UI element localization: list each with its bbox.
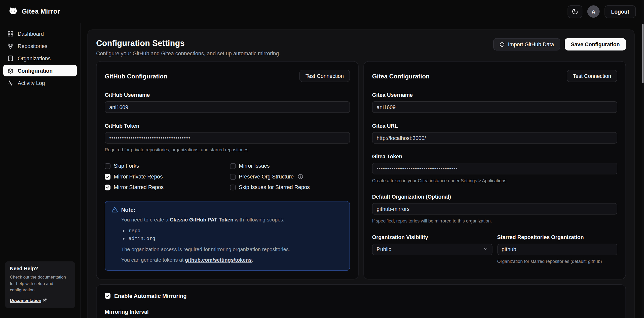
checkbox-box[interactable] — [105, 293, 110, 299]
external-link-icon — [43, 298, 47, 302]
checkbox-box[interactable] — [230, 185, 236, 190]
note-scope: repo — [129, 227, 343, 235]
note-title: Note: — [121, 207, 135, 213]
tokens-link[interactable]: github.com/settings/tokens — [185, 257, 252, 263]
org-visibility-select[interactable] — [372, 240, 492, 255]
git-fork-icon — [7, 43, 13, 49]
checkbox-skip-forks[interactable]: Skip Forks — [105, 163, 225, 169]
moon-icon — [572, 8, 578, 15]
sidebar-item-dashboard[interactable]: Dashboard — [3, 28, 77, 39]
theme-toggle-button[interactable] — [567, 5, 582, 18]
enable-automatic-mirroring[interactable]: Enable Automatic Mirroring — [105, 293, 617, 299]
checkbox-box[interactable] — [105, 185, 110, 190]
gear-icon — [7, 67, 13, 73]
checkbox-mirror-issues[interactable]: Mirror Issues — [230, 163, 350, 169]
automatic-mirroring-card: Enable Automatic Mirroring Mirroring Int… — [96, 284, 626, 318]
gitea-username-label: Gitea Username — [372, 92, 617, 98]
page-header: Configuration Settings Configure your Gi… — [96, 38, 626, 57]
note-scope-list: repo admin:org — [129, 227, 343, 242]
starred-org-help: Organization for starred repositories (d… — [497, 258, 617, 265]
logout-button[interactable]: Logout — [604, 5, 636, 18]
github-token-input[interactable] — [105, 132, 350, 144]
checkbox-box[interactable] — [230, 174, 236, 180]
checkbox-skip-issues-for-starred-repos[interactable]: Skip Issues for Starred Repos — [230, 184, 350, 190]
note-intro: You need to create a Classic GitHub PAT … — [121, 216, 343, 224]
configuration-settings-card: Configuration Settings Configure your Gi… — [88, 30, 635, 318]
github-options: Skip Forks Mirror Issues Mirror Private … — [105, 163, 350, 191]
app-root: Gitea Mirror A Logout Dashboard Reposito… — [0, 0, 644, 318]
gitea-token-label: Gitea Token — [372, 153, 617, 159]
default-org-input[interactable] — [372, 203, 617, 215]
mirroring-interval-select[interactable] — [105, 315, 617, 318]
sidebar-nav: Dashboard Repositories Organizations Con… — [3, 28, 77, 89]
building-icon — [7, 55, 13, 61]
checkbox-box[interactable] — [230, 163, 236, 169]
note-scope: admin:org — [129, 235, 343, 242]
import-github-data-button[interactable]: Import GitHub Data — [493, 38, 560, 51]
header-actions: A Logout — [567, 5, 636, 18]
sidebar-item-configuration[interactable]: Configuration — [3, 65, 77, 76]
org-visibility-label: Organization Visibility — [372, 234, 492, 240]
scrollbar[interactable] — [641, 0, 644, 318]
pat-note-box: Note: You need to create a Classic GitHu… — [105, 201, 350, 271]
github-token-label: GitHub Token — [105, 123, 350, 129]
gitea-username-input[interactable] — [372, 101, 617, 113]
avatar[interactable]: A — [587, 5, 600, 18]
github-username-input[interactable] — [105, 101, 350, 113]
documentation-link[interactable]: Documentation — [10, 298, 47, 303]
gitea-config-card: Gitea Configuration Test Connection Gite… — [363, 61, 626, 279]
github-token-help: Required for private repositories, organ… — [105, 147, 350, 153]
app-title: Gitea Mirror — [22, 8, 60, 15]
refresh-icon — [499, 42, 505, 47]
scrollbar-thumb[interactable] — [642, 24, 644, 83]
sidebar-item-activity-log[interactable]: Activity Log — [3, 77, 77, 89]
enable-label: Enable Automatic Mirroring — [114, 293, 187, 299]
grid-icon — [7, 31, 13, 37]
default-org-label: Default Organization (Optional) — [372, 194, 617, 200]
top-header: Gitea Mirror A Logout — [0, 0, 644, 23]
gitea-token-input[interactable] — [372, 163, 617, 174]
sidebar-item-label: Activity Log — [18, 80, 45, 86]
warning-triangle-icon — [112, 207, 118, 213]
main-content: Configuration Settings Configure your Gi… — [81, 23, 644, 318]
note-tokens-line: You can generate tokens at github.com/se… — [121, 256, 343, 264]
gitea-url-input[interactable] — [372, 132, 617, 144]
checkbox-box[interactable] — [105, 163, 110, 169]
page-title: Configuration Settings — [96, 38, 280, 48]
checkbox-preserve-org-structure[interactable]: Preserve Org Structure — [230, 174, 350, 180]
info-icon[interactable] — [298, 174, 303, 179]
page-subtitle: Configure your GitHub and Gitea connecti… — [96, 51, 280, 57]
checkbox-mirror-starred-repos[interactable]: Mirror Starred Repos — [105, 184, 225, 190]
help-card: Need Help? Check out the documentation f… — [5, 261, 75, 308]
sidebar-item-label: Repositories — [18, 43, 47, 49]
github-config-card: GitHub Configuration Test Connection Git… — [96, 61, 359, 279]
gitea-test-connection-button[interactable]: Test Connection — [567, 70, 617, 82]
sidebar: Dashboard Repositories Organizations Con… — [0, 23, 81, 318]
sidebar-item-organizations[interactable]: Organizations — [3, 53, 77, 64]
gitea-token-help: Create a token in your Gitea instance un… — [372, 178, 617, 184]
brand: Gitea Mirror — [8, 7, 60, 16]
cat-logo-icon — [8, 7, 18, 16]
checkbox-box[interactable] — [105, 174, 110, 180]
gitea-card-title: Gitea Configuration — [372, 72, 430, 79]
github-username-label: GitHub Username — [105, 92, 350, 98]
help-body: Check out the documentation for help wit… — [10, 274, 70, 293]
help-title: Need Help? — [10, 266, 70, 272]
mirroring-interval-label: Mirroring Interval — [105, 309, 617, 315]
starred-org-input[interactable] — [497, 244, 617, 255]
sidebar-item-label: Configuration — [18, 67, 53, 73]
gitea-url-label: Gitea URL — [372, 123, 617, 129]
github-test-connection-button[interactable]: Test Connection — [299, 70, 350, 82]
note-org-text: The organization access is required for … — [121, 246, 343, 254]
sidebar-item-label: Organizations — [18, 55, 51, 61]
github-card-title: GitHub Configuration — [105, 72, 167, 79]
save-configuration-button[interactable]: Save Configuration — [565, 38, 626, 51]
activity-icon — [7, 80, 13, 86]
default-org-help: If specified, repositories will be mirro… — [372, 218, 617, 224]
sidebar-item-label: Dashboard — [18, 31, 44, 37]
starred-org-label: Starred Repositories Organization — [497, 234, 617, 240]
sidebar-item-repositories[interactable]: Repositories — [3, 40, 77, 52]
checkbox-mirror-private-repos[interactable]: Mirror Private Repos — [105, 174, 225, 180]
